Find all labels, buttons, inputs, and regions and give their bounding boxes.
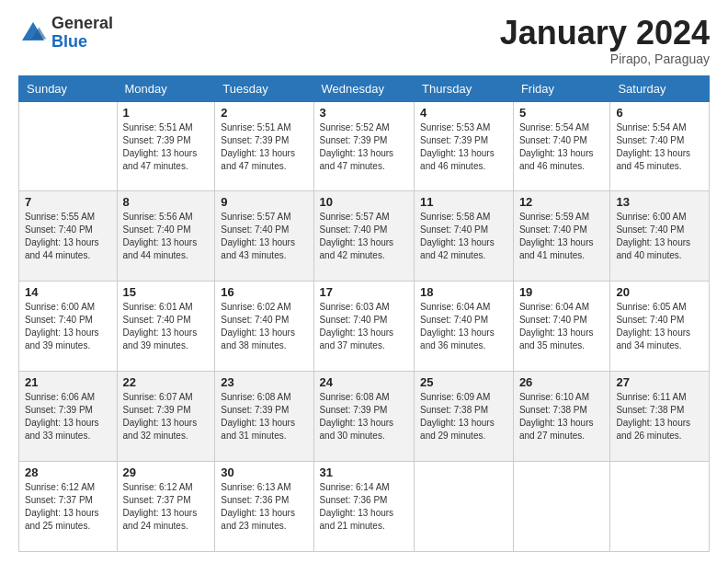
week-row-4: 28Sunrise: 6:12 AM Sunset: 7:37 PM Dayli… — [19, 462, 710, 552]
day-number: 29 — [123, 465, 210, 479]
logo-blue-text: Blue — [51, 32, 87, 51]
day-cell-1-2: 9Sunrise: 5:57 AM Sunset: 7:40 PM Daylig… — [215, 191, 313, 282]
day-info: Sunrise: 5:59 AM Sunset: 7:40 PM Dayligh… — [519, 211, 605, 262]
day-number: 8 — [123, 195, 210, 209]
day-cell-4-1: 29Sunrise: 6:12 AM Sunset: 7:37 PM Dayli… — [117, 462, 215, 552]
day-info: Sunrise: 6:05 AM Sunset: 7:40 PM Dayligh… — [616, 301, 703, 352]
day-cell-1-1: 8Sunrise: 5:56 AM Sunset: 7:40 PM Daylig… — [117, 191, 215, 282]
day-info: Sunrise: 6:04 AM Sunset: 7:40 PM Dayligh… — [420, 301, 507, 352]
header-thursday: Thursday — [415, 75, 514, 101]
week-row-1: 7Sunrise: 5:55 AM Sunset: 7:40 PM Daylig… — [19, 191, 710, 282]
day-info: Sunrise: 5:58 AM Sunset: 7:40 PM Dayligh… — [420, 211, 507, 262]
day-number: 11 — [420, 195, 507, 209]
day-info: Sunrise: 5:57 AM Sunset: 7:40 PM Dayligh… — [320, 211, 409, 262]
day-number: 16 — [221, 285, 307, 299]
header-saturday: Saturday — [610, 75, 710, 101]
day-cell-4-0: 28Sunrise: 6:12 AM Sunset: 7:37 PM Dayli… — [19, 462, 118, 552]
week-row-2: 14Sunrise: 6:00 AM Sunset: 7:40 PM Dayli… — [19, 282, 710, 372]
day-info: Sunrise: 6:07 AM Sunset: 7:39 PM Dayligh… — [123, 391, 210, 442]
day-number: 12 — [519, 195, 605, 209]
day-info: Sunrise: 6:08 AM Sunset: 7:39 PM Dayligh… — [221, 391, 307, 442]
day-cell-0-6: 6Sunrise: 5:54 AM Sunset: 7:40 PM Daylig… — [610, 101, 710, 191]
day-cell-2-0: 14Sunrise: 6:00 AM Sunset: 7:40 PM Dayli… — [19, 282, 118, 372]
day-number: 27 — [616, 375, 703, 389]
calendar-table: Sunday Monday Tuesday Wednesday Thursday… — [18, 75, 710, 552]
day-number: 19 — [519, 285, 605, 299]
day-info: Sunrise: 5:53 AM Sunset: 7:39 PM Dayligh… — [420, 121, 507, 173]
day-cell-4-6 — [610, 462, 710, 552]
day-info: Sunrise: 6:01 AM Sunset: 7:40 PM Dayligh… — [123, 301, 210, 352]
day-info: Sunrise: 6:12 AM Sunset: 7:37 PM Dayligh… — [25, 481, 111, 533]
day-info: Sunrise: 6:14 AM Sunset: 7:36 PM Dayligh… — [320, 481, 409, 533]
logo-icon — [18, 18, 48, 48]
day-info: Sunrise: 6:13 AM Sunset: 7:36 PM Dayligh… — [221, 481, 307, 533]
day-number: 28 — [25, 465, 111, 479]
day-number: 25 — [420, 375, 507, 389]
day-cell-0-2: 2Sunrise: 5:51 AM Sunset: 7:39 PM Daylig… — [215, 101, 313, 191]
day-info: Sunrise: 6:09 AM Sunset: 7:38 PM Dayligh… — [420, 391, 507, 442]
day-cell-3-6: 27Sunrise: 6:11 AM Sunset: 7:38 PM Dayli… — [610, 372, 710, 462]
day-number: 26 — [519, 375, 605, 389]
day-cell-3-2: 23Sunrise: 6:08 AM Sunset: 7:39 PM Dayli… — [215, 372, 313, 462]
calendar-page: General Blue January 2024 Pirapo, Paragu… — [0, 0, 728, 563]
title-section: January 2024 Pirapo, Paraguay — [500, 15, 710, 66]
day-number: 2 — [221, 106, 307, 120]
logo: General Blue — [18, 15, 113, 52]
day-cell-3-1: 22Sunrise: 6:07 AM Sunset: 7:39 PM Dayli… — [117, 372, 215, 462]
day-cell-1-5: 12Sunrise: 5:59 AM Sunset: 7:40 PM Dayli… — [513, 191, 610, 282]
week-row-0: 1Sunrise: 5:51 AM Sunset: 7:39 PM Daylig… — [19, 101, 710, 191]
day-cell-0-1: 1Sunrise: 5:51 AM Sunset: 7:39 PM Daylig… — [117, 101, 215, 191]
day-info: Sunrise: 6:11 AM Sunset: 7:38 PM Dayligh… — [616, 391, 703, 442]
day-info: Sunrise: 5:54 AM Sunset: 7:40 PM Dayligh… — [519, 121, 605, 173]
day-number: 10 — [320, 195, 409, 209]
day-info: Sunrise: 6:06 AM Sunset: 7:39 PM Dayligh… — [25, 391, 111, 442]
day-cell-2-1: 15Sunrise: 6:01 AM Sunset: 7:40 PM Dayli… — [117, 282, 215, 372]
day-cell-3-3: 24Sunrise: 6:08 AM Sunset: 7:39 PM Dayli… — [313, 372, 415, 462]
logo-general-text: General — [51, 14, 113, 32]
day-info: Sunrise: 6:08 AM Sunset: 7:39 PM Dayligh… — [320, 391, 409, 442]
day-number: 14 — [25, 285, 111, 299]
day-number: 3 — [320, 106, 409, 120]
day-cell-3-0: 21Sunrise: 6:06 AM Sunset: 7:39 PM Dayli… — [19, 372, 118, 462]
day-number: 6 — [616, 106, 703, 120]
day-number: 4 — [420, 106, 507, 120]
day-cell-1-0: 7Sunrise: 5:55 AM Sunset: 7:40 PM Daylig… — [19, 191, 118, 282]
day-number: 21 — [25, 375, 111, 389]
day-number: 24 — [320, 375, 409, 389]
day-info: Sunrise: 5:51 AM Sunset: 7:39 PM Dayligh… — [221, 121, 307, 173]
day-cell-0-4: 4Sunrise: 5:53 AM Sunset: 7:39 PM Daylig… — [415, 101, 514, 191]
day-info: Sunrise: 6:12 AM Sunset: 7:37 PM Dayligh… — [123, 481, 210, 533]
day-info: Sunrise: 6:02 AM Sunset: 7:40 PM Dayligh… — [221, 301, 307, 352]
day-cell-0-3: 3Sunrise: 5:52 AM Sunset: 7:39 PM Daylig… — [313, 101, 415, 191]
day-cell-4-4 — [415, 462, 514, 552]
day-cell-3-4: 25Sunrise: 6:09 AM Sunset: 7:38 PM Dayli… — [415, 372, 514, 462]
day-info: Sunrise: 5:56 AM Sunset: 7:40 PM Dayligh… — [123, 211, 210, 262]
header-tuesday: Tuesday — [215, 75, 313, 101]
day-cell-0-0 — [19, 101, 118, 191]
day-number: 1 — [123, 106, 210, 120]
day-cell-2-2: 16Sunrise: 6:02 AM Sunset: 7:40 PM Dayli… — [215, 282, 313, 372]
day-number: 13 — [616, 195, 703, 209]
day-number: 30 — [221, 465, 307, 479]
day-number: 23 — [221, 375, 307, 389]
location-subtitle: Pirapo, Paraguay — [500, 52, 710, 66]
day-cell-1-4: 11Sunrise: 5:58 AM Sunset: 7:40 PM Dayli… — [415, 191, 514, 282]
day-cell-1-6: 13Sunrise: 6:00 AM Sunset: 7:40 PM Dayli… — [610, 191, 710, 282]
day-info: Sunrise: 5:51 AM Sunset: 7:39 PM Dayligh… — [123, 121, 210, 173]
day-cell-3-5: 26Sunrise: 6:10 AM Sunset: 7:38 PM Dayli… — [513, 372, 610, 462]
day-cell-1-3: 10Sunrise: 5:57 AM Sunset: 7:40 PM Dayli… — [313, 191, 415, 282]
day-number: 31 — [320, 465, 409, 479]
day-cell-4-3: 31Sunrise: 6:14 AM Sunset: 7:36 PM Dayli… — [313, 462, 415, 552]
day-info: Sunrise: 5:57 AM Sunset: 7:40 PM Dayligh… — [221, 211, 307, 262]
header-monday: Monday — [117, 75, 215, 101]
day-info: Sunrise: 6:10 AM Sunset: 7:38 PM Dayligh… — [519, 391, 605, 442]
day-info: Sunrise: 5:52 AM Sunset: 7:39 PM Dayligh… — [320, 121, 409, 173]
day-number: 22 — [123, 375, 210, 389]
day-number: 5 — [519, 106, 605, 120]
day-info: Sunrise: 5:55 AM Sunset: 7:40 PM Dayligh… — [25, 211, 111, 262]
weekday-header-row: Sunday Monday Tuesday Wednesday Thursday… — [19, 75, 710, 101]
day-cell-2-5: 19Sunrise: 6:04 AM Sunset: 7:40 PM Dayli… — [513, 282, 610, 372]
day-number: 18 — [420, 285, 507, 299]
day-number: 20 — [616, 285, 703, 299]
day-cell-4-5 — [513, 462, 610, 552]
